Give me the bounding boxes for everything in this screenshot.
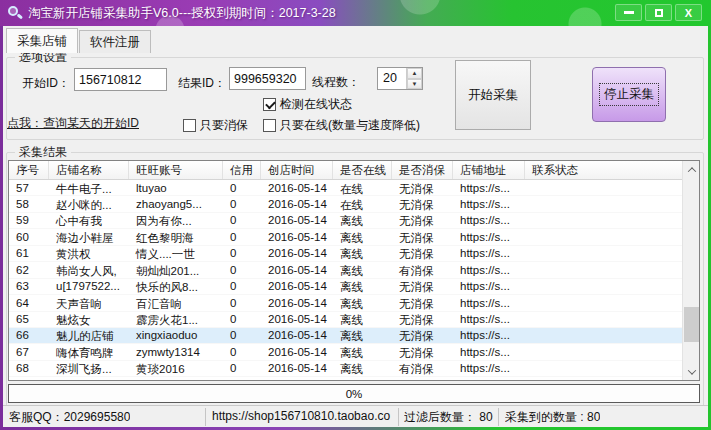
table-cell: 0 [223,312,261,327]
table-cell: 0 [223,213,261,228]
table-cell: 海边小鞋屋 [49,229,129,244]
table-cell: 嗨体育鸣牌 [49,344,129,359]
check-online-checkbox[interactable]: 检测在线状态 [263,96,352,113]
scroll-up-icon[interactable] [683,161,700,178]
maximize-icon[interactable] [645,4,672,21]
status-separator [205,408,206,426]
table-row[interactable]: 57牛牛电子...ltuyao02016-05-14在线无消保https://s… [9,180,682,196]
table-cell: https://s... [453,196,525,211]
table-row[interactable]: 62韩尚女人风,朝灿灿201...02016-05-14离线有消保https:/… [9,262,682,278]
column-header-shop-name[interactable]: 店铺名称 [49,161,129,179]
table-cell: 情义....一世 [129,246,223,261]
table-row[interactable]: 58赵小咪的...zhaoyang5...02016-05-14在线无消保htt… [9,196,682,212]
only-online-box-icon[interactable] [263,119,276,132]
table-cell: 0 [223,180,261,195]
column-header-protection[interactable]: 是否消保 [392,161,453,179]
table-cell: 60 [9,229,49,244]
stop-collect-button[interactable]: 停止采集 [592,67,666,122]
table-cell: https://s... [453,229,525,244]
threads-stepper[interactable]: 20 ▲ ▼ [377,67,423,90]
vertical-scrollbar[interactable] [682,161,699,380]
table-cell: 无消保 [392,344,453,359]
table-cell: 无消保 [392,213,453,228]
table-row[interactable]: 60海边小鞋屋红色黎明海02016-05-14离线无消保https://s... [9,229,682,245]
table-cell [525,229,682,244]
table-cell: 赵小咪的... [49,196,129,211]
table-row[interactable]: 61黄洪权情义....一世02016-05-14离线无消保https://s..… [9,246,682,262]
table-cell: 2016-05-14 [261,180,333,195]
scroll-down-icon[interactable] [683,363,700,380]
table-cell: 2016-05-14 [261,229,333,244]
threads-down-icon[interactable]: ▼ [407,79,422,90]
table-cell: 无消保 [392,312,453,327]
table-cell: 心中有我 [49,213,129,228]
table-cell: 离线 [333,246,392,261]
table-cell: https://s... [453,295,525,310]
table-cell: 2016-05-14 [261,279,333,294]
tab-collect-shops[interactable]: 采集店铺 [6,28,78,53]
column-header-created[interactable]: 创店时间 [261,161,333,179]
table-cell: 2016-05-14 [261,262,333,277]
table-cell: 68 [9,361,49,376]
table-cell: https://s... [453,262,525,277]
status-filtered-count: 过滤后数量： 80 [404,409,493,426]
column-header-address[interactable]: 店铺地址 [453,161,525,179]
table-cell: 有消保 [392,361,453,376]
table-row[interactable]: 67嗨体育鸣牌zymwty131402016-05-14离线无消保https:/… [9,344,682,360]
status-separator [498,408,499,426]
table-cell: 63 [9,279,49,294]
table-cell: 0 [223,344,261,359]
start-collect-button[interactable]: 开始采集 [455,60,531,130]
table-cell: 无消保 [392,180,453,195]
table-cell: 2016-05-14 [261,295,333,310]
table-cell [525,328,682,343]
table-cell: 离线 [333,361,392,376]
result-id-input[interactable] [229,67,306,90]
tab-software-register[interactable]: 软件注册 [79,30,151,53]
table-cell: 65 [9,312,49,327]
table-cell: ltuyao [129,180,223,195]
table-cell: 百汇音响 [129,295,223,310]
table-cell: 天声音响 [49,295,129,310]
result-id-label: 结果ID： [178,75,226,92]
table-row[interactable]: 65魅炫女霹雳火花1...02016-05-14离线无消保https://s..… [9,312,682,328]
status-collected-count: 采集到的数量 : 80 [505,409,600,426]
window-title: 淘宝新开店铺采集助手V6.0---授权到期时间：2017-3-28 [28,0,336,26]
table-body: 57牛牛电子...ltuyao02016-05-14在线无消保https://s… [9,180,682,380]
table-row[interactable]: 66魅儿的店铺xingxiaoduo02016-05-14离线无消保https:… [9,328,682,344]
table-cell: u[1797522... [49,279,129,294]
table-cell: zhaoyang5... [129,196,223,211]
check-online-checkmark-icon[interactable] [263,98,276,111]
column-header-wangwang[interactable]: 旺旺账号 [129,161,223,179]
column-header-credit[interactable]: 信用 [223,161,261,179]
only-protection-checkbox[interactable]: 只要消保 [183,117,248,134]
table-cell: 2016-05-14 [261,344,333,359]
scrollbar-thumb[interactable] [684,307,699,342]
column-header-online[interactable]: 是否在线 [333,161,392,179]
table-cell: 2016-05-14 [261,246,333,261]
table-cell: 62 [9,262,49,277]
table-cell: 2016-05-14 [261,361,333,376]
status-separator [398,408,399,426]
threads-up-icon[interactable]: ▲ [407,68,422,79]
only-online-checkbox[interactable]: 只要在线(数量与速度降低) [263,117,420,134]
table-row[interactable]: 68深圳飞扬...黄琰201602016-05-14离线有消保https://s… [9,361,682,377]
table-row[interactable]: 64天声音响百汇音响02016-05-14离线无消保https://s... [9,295,682,311]
minimize-icon[interactable] [615,4,642,21]
close-icon[interactable]: X [675,4,702,21]
query-start-id-link[interactable]: 点我：查询某天的开始ID [7,115,139,132]
table-cell: zymwty1314 [129,344,223,359]
table-cell: 牛牛电子... [49,180,129,195]
app-magnifier-icon [8,5,23,20]
only-online-label: 只要在线(数量与速度降低) [280,117,420,134]
column-header-index[interactable]: 序号 [9,161,49,179]
start-id-input[interactable] [74,68,167,91]
table-cell: 离线 [333,262,392,277]
table-row[interactable]: 63u[1797522...快乐的风8...02016-05-14离线无消保ht… [9,279,682,295]
table-cell: 离线 [333,279,392,294]
table-cell: 离线 [333,344,392,359]
table-row[interactable]: 59心中有我因为有你...02016-05-14离线无消保https://s..… [9,213,682,229]
table-cell: 0 [223,246,261,261]
column-header-contact[interactable]: 联系状态 [525,161,699,179]
only-protection-box-icon[interactable] [183,119,196,132]
